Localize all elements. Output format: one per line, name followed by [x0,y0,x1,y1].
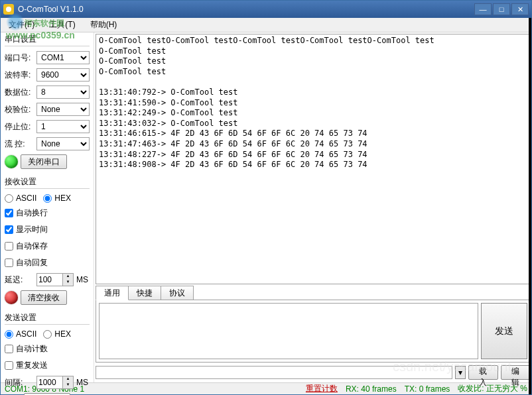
minimize-button[interactable]: — [474,3,492,15]
baud-label: 波特率: [5,70,34,81]
maximize-button[interactable]: □ [493,3,510,15]
rx-group-title: 接收设置 [5,176,90,189]
status-rx: RX: 40 frames [346,384,397,394]
load-button[interactable]: 载入 [468,365,498,380]
status-bar: COM1: 9600 8 None 1 重置计数 RX: 40 frames T… [1,382,531,394]
title-bar[interactable]: O-ComTool V1.1.0 — □ ✕ [1,1,531,18]
rx-ascii-radio[interactable]: ASCII [5,194,36,203]
status-tx: TX: 0 frames [405,384,450,394]
history-combo[interactable] [96,366,452,379]
menu-tool[interactable]: 工具(T) [46,18,78,32]
right-panel: O-ComTool testO-ComTool testO-ComTool te… [94,32,532,382]
app-window: O-ComTool V1.1.0 — □ ✕ 河东软件园 www.pc0359.… [0,0,532,395]
history-drop-icon[interactable]: ▾ [455,366,465,379]
tx-ascii-radio[interactable]: ASCII [5,329,36,339]
status-rate: 收发比: 正无穷大 % [458,383,527,394]
parity-select[interactable]: None [36,103,90,116]
showtime-check[interactable]: 显示时间 [5,224,48,235]
content-area: 串口设置 端口号:COM1 波特率:9600 数据位:8 校验位:None 停止… [1,32,531,382]
tab-quick[interactable]: 快捷 [128,286,161,300]
rx-hex-radio[interactable]: HEX [43,194,71,203]
window-buttons: — □ ✕ [474,3,529,15]
stopbits-select[interactable]: 1 [36,120,90,133]
close-button[interactable]: ✕ [511,3,529,15]
tab-protocol[interactable]: 协议 [161,286,194,300]
reset-count-link[interactable]: 重置计数 [306,383,338,394]
rx-led-icon [5,291,18,304]
edit-button[interactable]: 编辑 [501,365,531,380]
port-group-title: 串口设置 [5,34,90,46]
menu-bar: 文件(F) 工具(T) 帮助(H) [1,18,531,32]
databits-select[interactable]: 8 [36,85,90,99]
send-button[interactable]: 发送 [481,303,527,359]
receive-textarea[interactable]: O-ComTool testO-ComTool testO-ComTool te… [96,34,531,284]
tab-row: 通用 快捷 协议 [96,286,531,300]
menu-help[interactable]: 帮助(H) [88,18,120,32]
autowrap-check[interactable]: 自动换行 [5,207,48,219]
tx-group-title: 发送设置 [5,312,90,325]
tx-hex-radio[interactable]: HEX [43,329,71,339]
ms-label: MS [76,275,88,284]
autocount-check[interactable]: 自动计数 [5,343,48,355]
send-input[interactable] [99,303,478,359]
autosave-check[interactable]: 自动保存 [5,241,48,252]
app-icon [3,4,14,15]
baud-select[interactable]: 9600 [36,68,90,82]
flow-label: 流 控: [5,139,34,150]
databits-label: 数据位: [5,87,34,98]
resend-check[interactable]: 重复发送 [5,360,48,371]
left-panel: 串口设置 端口号:COM1 波特率:9600 数据位:8 校验位:None 停止… [1,32,94,382]
clear-rx-button[interactable]: 清空接收 [21,290,67,305]
send-body: 发送 [96,300,531,363]
delay-spinner[interactable]: ▲▼ [36,273,74,286]
portnum-label: 端口号: [5,52,34,64]
portnum-select[interactable]: COM1 [36,51,90,64]
delay-label: 延迟: [5,274,34,286]
right-border [529,18,531,394]
window-title: O-ComTool V1.1.0 [18,5,474,14]
send-bottom-bar: ▾ 载入 编辑 [96,364,531,381]
port-led-icon [5,155,18,168]
tab-general[interactable]: 通用 [96,286,129,300]
stopbits-label: 停止位: [5,121,34,133]
flow-select[interactable]: None [36,137,90,150]
autoreply-check[interactable]: 自动回复 [5,257,48,268]
send-area: 通用 快捷 协议 发送 [96,286,531,363]
parity-label: 校验位: [5,104,34,115]
interval-spinner[interactable]: ▲▼ [36,376,74,389]
menu-file[interactable]: 文件(F) [6,18,37,32]
close-port-button[interactable]: 关闭串口 [21,154,67,169]
